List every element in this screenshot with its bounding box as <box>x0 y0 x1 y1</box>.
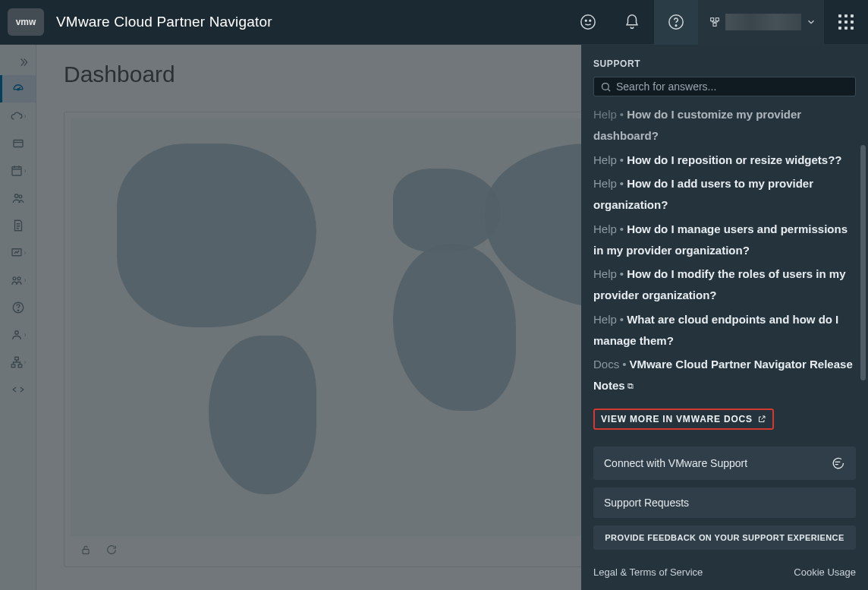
connect-support-button[interactable]: Connect with VMware Support <box>593 446 856 480</box>
cookie-link[interactable]: Cookie Usage <box>794 566 856 578</box>
svg-rect-6 <box>715 18 719 21</box>
svg-point-2 <box>590 20 591 21</box>
vmware-logo: vmw <box>8 8 44 36</box>
support-header: SUPPORT <box>581 45 868 77</box>
scrollbar-thumb[interactable] <box>860 145 866 380</box>
org-icon <box>709 16 721 28</box>
feedback-icon[interactable] <box>566 0 610 45</box>
chat-icon <box>830 456 845 471</box>
app-header: vmw VMware Cloud Partner Navigator <box>0 0 868 45</box>
support-panel: SUPPORT Help•How do I customize my provi… <box>581 45 868 590</box>
support-result-item[interactable]: Help•How do I modify the roles of users … <box>593 262 853 308</box>
notifications-icon[interactable] <box>610 0 654 45</box>
support-feedback-button[interactable]: PROVIDE FEEDBACK ON YOUR SUPPORT EXPERIE… <box>593 525 856 550</box>
svg-point-4 <box>675 25 677 27</box>
svg-point-1 <box>585 20 587 21</box>
app-title: VMware Cloud Partner Navigator <box>56 14 272 30</box>
svg-rect-7 <box>713 23 716 26</box>
support-results: Help•How do I customize my provider dash… <box>581 103 868 440</box>
help-icon[interactable] <box>654 0 698 45</box>
header-actions <box>566 0 868 44</box>
external-link-icon <box>757 415 766 424</box>
support-result-item[interactable]: Docs•VMware Cloud Partner Navigator Rele… <box>593 352 853 398</box>
support-result-item[interactable]: Help•How do I reposition or resize widge… <box>593 148 853 172</box>
search-icon <box>600 81 612 93</box>
support-result-item[interactable]: Help•How do I manage users and permissio… <box>593 217 853 263</box>
svg-rect-5 <box>711 18 714 21</box>
org-switcher[interactable] <box>698 0 824 45</box>
support-requests-button[interactable]: Support Requests <box>593 487 856 518</box>
view-more-docs-button[interactable]: VIEW MORE IN VMWARE DOCS <box>593 409 774 430</box>
svg-point-23 <box>602 83 609 90</box>
modal-overlay[interactable] <box>0 45 581 590</box>
legal-link[interactable]: Legal & Terms of Service <box>593 566 703 578</box>
support-result-item[interactable]: Help•How do I add users to my provider o… <box>593 172 853 217</box>
apps-grid-icon[interactable] <box>824 0 868 45</box>
support-search-input[interactable] <box>616 80 849 93</box>
support-search[interactable] <box>593 77 856 96</box>
external-link-icon: ⧉ <box>627 381 634 390</box>
support-result-item[interactable]: Help•What are cloud endpoints and how do… <box>593 308 853 353</box>
support-result-item[interactable]: Help•How do I customize my provider dash… <box>593 103 853 148</box>
chevron-down-icon <box>806 17 816 27</box>
svg-point-0 <box>581 15 595 29</box>
org-name-redacted <box>725 14 801 30</box>
